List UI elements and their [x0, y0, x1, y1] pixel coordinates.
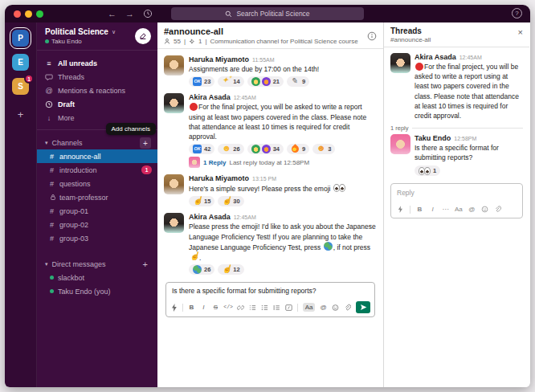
message-author[interactable]: Haruka Miyamoto [189, 174, 249, 182]
avatar[interactable] [164, 93, 184, 113]
workspace-switcher-e[interactable]: E [12, 54, 29, 71]
unreads-icon: ≡ [45, 59, 53, 67]
sidebar-item-all-unreads[interactable]: ≡ All unreads [37, 56, 157, 70]
reaction-pill[interactable]: 42 [189, 144, 214, 154]
sidebar-item-channel-introduction[interactable]: # introduction 1 [37, 163, 157, 177]
reaction-pill[interactable]: 26 [189, 264, 214, 275]
zoom-window-button[interactable] [36, 10, 43, 18]
thread-replies-link[interactable]: 1 Reply [203, 159, 226, 166]
add-channel-button[interactable]: + [140, 137, 151, 149]
reaction-pill[interactable]: 30 [218, 196, 243, 206]
strikethrough-button[interactable]: S [212, 304, 219, 311]
shortcuts-icon[interactable] [170, 304, 178, 312]
dm-header[interactable]: ▾ Direct messages + [37, 258, 157, 271]
workspace-header[interactable]: Political Science ∨ Taku Endo [37, 22, 157, 51]
reaction-pill[interactable]: 26 [218, 144, 243, 154]
send-button[interactable] [356, 301, 370, 313]
sidebar-item-channel-group-02[interactable]: # group-02 [37, 218, 157, 231]
sidebar-item-mentions[interactable]: @ Mentions & reactions [37, 84, 157, 97]
reaction-pill[interactable]: 34 [247, 144, 284, 154]
reaction-pill[interactable]: 23 [189, 76, 214, 87]
message-author[interactable]: Akira Asada [415, 53, 456, 61]
message-author[interactable]: Haruka Miyamoto [189, 55, 249, 63]
bold-button[interactable]: B [188, 304, 195, 311]
point-up-emoji [190, 252, 198, 261]
avatar[interactable] [390, 53, 410, 73]
chevron-down-icon: ∨ [112, 29, 116, 35]
avatar[interactable] [164, 174, 184, 194]
bold-button[interactable]: B [416, 206, 423, 213]
replies-count-label: 1 reply [390, 125, 409, 132]
unread-badge: 1 [24, 74, 34, 84]
history-forward-button[interactable]: → [125, 5, 134, 22]
overflow-icon[interactable]: ⋯ [442, 206, 449, 213]
search-input[interactable]: Search Political Science [171, 7, 364, 20]
threads-icon [45, 73, 53, 81]
sidebar-item-channel-group-01[interactable]: # group-01 [37, 204, 157, 218]
reply-composer[interactable]: Reply B I ⋯ Aa @ [390, 183, 523, 218]
reaction-pill[interactable]: 15 [189, 196, 214, 206]
help-icon[interactable]: ? [512, 8, 522, 18]
code-icon[interactable]: </> [224, 304, 233, 310]
workspace-switcher-s[interactable]: S 1 [12, 78, 29, 95]
sidebar-item-channel-team-professor[interactable]: team-professor [37, 190, 157, 204]
reaction-pill[interactable]: 1 [415, 165, 440, 176]
sidebar-item-channel-questions[interactable]: # questions [37, 177, 157, 190]
reply-input[interactable]: Reply [391, 184, 522, 204]
format-toggle-button[interactable]: Aa [303, 303, 315, 312]
emoji-picker-icon[interactable] [481, 206, 488, 213]
minimize-window-button[interactable] [25, 10, 32, 18]
sidebar-item-dm-slackbot[interactable]: slackbot [37, 271, 157, 284]
add-dm-button[interactable]: + [143, 259, 151, 269]
window-titlebar: ← → Search Political Science ? [5, 5, 530, 22]
code-block-icon[interactable] [285, 304, 292, 312]
history-clock-icon[interactable] [143, 9, 153, 18]
mention-icon[interactable]: @ [320, 304, 327, 311]
reaction-pill[interactable]: 9 [287, 76, 309, 87]
avatar[interactable] [164, 213, 184, 233]
separator: | [184, 38, 186, 45]
channel-label: group-03 [59, 235, 88, 243]
sidebar-item-channel-announce-all[interactable]: # announce-all [37, 149, 157, 163]
attach-icon[interactable] [344, 304, 351, 312]
reaction-pill[interactable]: 14 [218, 76, 243, 87]
message-composer[interactable]: Is there a specific format for submittin… [165, 282, 375, 317]
sidebar-item-channel-group-03[interactable]: # group-03 [37, 231, 157, 245]
message-author[interactable]: Akira Asada [189, 93, 231, 101]
close-icon[interactable]: × [518, 28, 523, 37]
reaction-pill[interactable]: 3 [312, 144, 335, 154]
avatar[interactable] [390, 134, 410, 154]
reaction-pill[interactable]: 9 [287, 144, 309, 154]
message-author[interactable]: Akira Asada [189, 213, 231, 221]
sidebar-item-threads[interactable]: Threads [37, 70, 157, 84]
channel-topic[interactable]: Communication channel for Political Scie… [210, 38, 358, 45]
ordered-list-icon[interactable] [249, 304, 256, 312]
workspace-switcher-political-science[interactable]: P [12, 30, 29, 47]
sidebar-item-dm-taku-endo[interactable]: Taku Endo (you) [37, 284, 157, 298]
add-workspace-button[interactable]: + [18, 108, 24, 120]
composer-input[interactable]: Is there a specific format for submittin… [166, 283, 374, 300]
pins-count[interactable]: 1 [198, 38, 202, 45]
members-count[interactable]: 55 [174, 38, 181, 45]
bullet-list-icon[interactable] [261, 304, 268, 312]
thread-summary[interactable]: 1 Reply Last reply today at 12:58PM [189, 157, 377, 168]
shortcuts-icon[interactable] [397, 206, 404, 213]
italic-button[interactable]: I [429, 206, 436, 213]
reaction-pill[interactable]: 21 [247, 76, 284, 87]
link-icon[interactable] [237, 304, 244, 312]
attach-icon[interactable] [494, 206, 501, 213]
format-toggle-button[interactable]: Aa [455, 206, 463, 213]
message-author[interactable]: Taku Endo [415, 134, 451, 142]
channel-info-icon[interactable] [367, 31, 377, 41]
close-window-button[interactable] [14, 10, 21, 18]
emoji-picker-icon[interactable] [332, 304, 339, 312]
mention-icon[interactable]: @ [468, 206, 476, 213]
channels-header[interactable]: ▾ Channels + [37, 137, 157, 149]
blockquote-icon[interactable] [273, 304, 280, 312]
new-message-button[interactable] [135, 28, 151, 44]
sidebar-item-draft[interactable]: Draft [37, 97, 157, 111]
reaction-pill[interactable]: 12 [218, 264, 243, 275]
avatar[interactable] [164, 55, 184, 76]
history-back-button[interactable]: ← [108, 5, 116, 22]
italic-button[interactable]: I [200, 304, 207, 311]
